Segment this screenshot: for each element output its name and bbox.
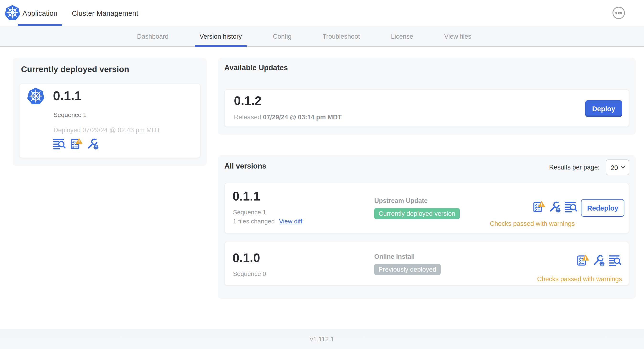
- available-updates-section: Available Updates 0.1.2 Released 07/29/2…: [218, 58, 636, 135]
- row-actions: [532, 200, 578, 214]
- view-diff-link[interactable]: View diff: [279, 218, 302, 225]
- preflight-checks-warning-icon[interactable]: [532, 200, 545, 214]
- app-footer: v1.112.1: [0, 329, 644, 349]
- subnav-tab-troubleshoot-label: Troubleshoot: [322, 33, 360, 40]
- app-subnav: Dashboard Version history Config Trouble…: [0, 26, 644, 47]
- preflight-status-text: Checks passed with warnings: [490, 220, 575, 227]
- preflight-status-text: Checks passed with warnings: [537, 276, 622, 283]
- tab-cluster-management[interactable]: Cluster Management: [67, 0, 143, 26]
- results-per-page-value: 20: [610, 164, 618, 171]
- deployment-status-badge: Currently deployed version: [374, 208, 460, 219]
- logs-icon[interactable]: [565, 200, 578, 214]
- ellipsis-menu-button[interactable]: [612, 6, 626, 20]
- version-row-0-1-0: 0.1.0 Sequence 0 Online Install Previous…: [224, 242, 629, 286]
- available-updates-title: Available Updates: [224, 64, 288, 72]
- redeploy-button[interactable]: Redeploy: [581, 199, 624, 217]
- current-version-sequence: Sequence 1: [54, 111, 87, 118]
- update-released-timestamp: Released 07/29/24 @ 03:14 pm MDT: [234, 114, 342, 121]
- subnav-tab-license[interactable]: License: [386, 26, 418, 46]
- config-tools-icon[interactable]: [548, 200, 562, 214]
- logs-icon[interactable]: [53, 138, 66, 150]
- subnav-tab-config[interactable]: Config: [268, 26, 296, 46]
- row-source-type: Upstream Update: [374, 197, 428, 204]
- preflight-checks-warning-icon[interactable]: [576, 254, 589, 267]
- results-per-page-select[interactable]: 20: [606, 160, 629, 175]
- current-version-actions: [53, 138, 99, 150]
- released-label: Released: [234, 114, 261, 121]
- subnav-tab-troubleshoot[interactable]: Troubleshoot: [318, 26, 365, 46]
- subnav-tab-view-files[interactable]: View files: [440, 26, 476, 46]
- tab-cluster-management-label: Cluster Management: [72, 9, 138, 17]
- subnav-tab-config-label: Config: [273, 33, 292, 40]
- deployment-status-badge: Previously deployed: [374, 264, 441, 275]
- preflight-checks-warning-icon[interactable]: [70, 138, 82, 150]
- row-actions: [576, 254, 622, 267]
- subnav-tab-version-history-label: Version history: [200, 33, 242, 40]
- currently-deployed-section: Currently deployed version 0.1.1 Sequenc…: [13, 58, 207, 166]
- current-version-deployed-timestamp: Deployed 07/29/24 @ 02:43 pm MDT: [54, 126, 160, 134]
- row-sequence: Sequence 0: [233, 270, 266, 278]
- config-tools-icon[interactable]: [592, 254, 605, 267]
- console-version: v1.112.1: [310, 336, 334, 342]
- results-per-page-label: Results per page:: [549, 164, 600, 171]
- app-kubernetes-logo-icon: [27, 87, 45, 106]
- kots-admin-console: Application Cluster Management Dashboard…: [0, 0, 644, 349]
- files-changed-label: 1 files changed: [233, 218, 275, 225]
- row-files-changed: 1 files changedView diff: [233, 218, 302, 225]
- subnav-tab-view-files-label: View files: [444, 33, 472, 40]
- currently-deployed-card: 0.1.1 Sequence 1 Deployed 07/29/24 @ 02:…: [19, 84, 200, 158]
- app-header: Application Cluster Management: [0, 0, 644, 26]
- subnav-tab-dashboard-label: Dashboard: [137, 33, 168, 40]
- row-version-number: 0.1.0: [232, 251, 260, 266]
- all-versions-section: All versions Results per page: 20 0.1.1 …: [218, 155, 636, 299]
- current-version-number: 0.1.1: [53, 89, 82, 104]
- subnav-tab-version-history[interactable]: Version history: [195, 26, 246, 46]
- available-update-card: 0.1.2 Released 07/29/24 @ 03:14 pm MDT D…: [224, 89, 629, 127]
- logs-icon[interactable]: [609, 254, 622, 267]
- subnav-tab-dashboard[interactable]: Dashboard: [132, 26, 173, 46]
- main-content: Currently deployed version 0.1.1 Sequenc…: [0, 47, 644, 329]
- all-versions-title: All versions: [224, 162, 266, 170]
- version-row-0-1-1: 0.1.1 Sequence 1 1 files changedView dif…: [224, 183, 629, 234]
- released-date: 07/29/24 @ 03:14 pm MDT: [263, 114, 342, 121]
- update-version-number: 0.1.2: [234, 94, 262, 108]
- header-tabs: Application Cluster Management: [18, 0, 148, 26]
- row-source-type: Online Install: [374, 253, 415, 260]
- tab-application[interactable]: Application: [18, 0, 62, 26]
- tab-application-label: Application: [22, 9, 58, 17]
- row-sequence: Sequence 1: [233, 209, 266, 216]
- subnav-tab-license-label: License: [391, 33, 413, 40]
- config-tools-icon[interactable]: [86, 138, 99, 150]
- deploy-button[interactable]: Deploy: [585, 100, 622, 117]
- currently-deployed-title: Currently deployed version: [21, 64, 129, 74]
- chevron-down-icon: [620, 166, 626, 169]
- row-version-number: 0.1.1: [232, 189, 260, 204]
